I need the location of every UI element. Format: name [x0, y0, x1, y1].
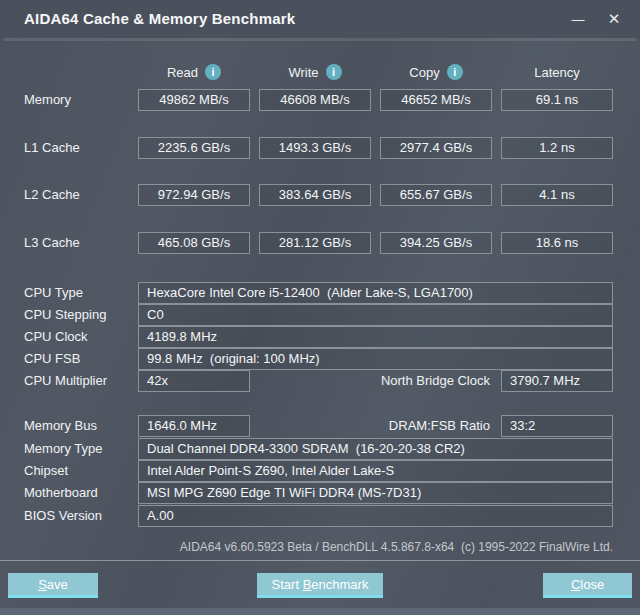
- label-cpu-multiplier: CPU Multiplier: [24, 370, 107, 392]
- column-header-read: Read i: [138, 61, 250, 83]
- cpu-type-value: HexaCore Intel Core i5-12400 (Alder Lake…: [138, 282, 613, 304]
- column-header-latency-label: Latency: [534, 65, 580, 80]
- memory-bus-value: 1646.0 MHz: [138, 415, 250, 437]
- l2-cache-write-value: 383.64 GB/s: [259, 184, 371, 206]
- l1-cache-write-value: 1493.3 GB/s: [259, 137, 371, 159]
- l2-cache-latency-value: 4.1 ns: [501, 184, 613, 206]
- memory-type-value: Dual Channel DDR4-3300 SDRAM (16-20-20-3…: [138, 438, 613, 460]
- l1-cache-read-value: 2235.6 GB/s: [138, 137, 250, 159]
- minimize-button[interactable]: —: [560, 0, 596, 38]
- titlebar: AIDA64 Cache & Memory Benchmark — ✕: [0, 0, 640, 38]
- cpu-multiplier-value: 42x: [138, 370, 250, 392]
- memory-copy-value: 46652 MB/s: [380, 89, 492, 111]
- version-credit-text: AIDA64 v6.60.5923 Beta / BenchDLL 4.5.86…: [100, 540, 613, 554]
- label-bios-version: BIOS Version: [24, 505, 102, 527]
- minimize-icon: —: [572, 12, 585, 27]
- memory-write-value: 46608 MB/s: [259, 89, 371, 111]
- close-button[interactable]: Close: [543, 573, 632, 598]
- row-label-l2-cache: L2 Cache: [24, 184, 80, 206]
- column-header-copy-label: Copy: [409, 65, 439, 80]
- window-controls: — ✕: [560, 0, 632, 38]
- row-label-memory: Memory: [24, 89, 71, 111]
- memory-read-value: 49862 MB/s: [138, 89, 250, 111]
- label-chipset: Chipset: [24, 460, 68, 482]
- label-cpu-clock: CPU Clock: [24, 326, 88, 348]
- chipset-value: Intel Alder Point-S Z690, Intel Alder La…: [138, 460, 613, 482]
- titlebar-highlight: [4, 38, 636, 41]
- memory-latency-value: 69.1 ns: [501, 89, 613, 111]
- label-cpu-type: CPU Type: [24, 282, 83, 304]
- column-header-write: Write i: [259, 61, 371, 83]
- start-benchmark-label-pre: Start: [272, 577, 303, 592]
- l3-cache-copy-value: 394.25 GB/s: [380, 232, 492, 254]
- close-window-button[interactable]: ✕: [596, 0, 632, 38]
- save-button-label-rest: ave: [47, 577, 68, 592]
- write-info-icon[interactable]: i: [326, 64, 342, 80]
- column-header-latency: Latency: [501, 61, 613, 83]
- start-benchmark-label-rest: enchmark: [311, 577, 368, 592]
- l3-cache-read-value: 465.08 GB/s: [138, 232, 250, 254]
- cpu-fsb-value: 99.8 MHz (original: 100 MHz): [138, 348, 613, 370]
- aida64-benchmark-window: AIDA64 Cache & Memory Benchmark — ✕ Read…: [0, 0, 640, 615]
- l2-cache-copy-value: 655.67 GB/s: [380, 184, 492, 206]
- row-label-l3-cache: L3 Cache: [24, 232, 80, 254]
- l3-cache-latency-value: 18.6 ns: [501, 232, 613, 254]
- l2-cache-read-value: 972.94 GB/s: [138, 184, 250, 206]
- start-benchmark-button[interactable]: Start Benchmark: [257, 573, 383, 598]
- label-memory-bus: Memory Bus: [24, 415, 97, 437]
- column-header-write-label: Write: [288, 65, 318, 80]
- l1-cache-copy-value: 2977.4 GB/s: [380, 137, 492, 159]
- row-label-l1-cache: L1 Cache: [24, 137, 80, 159]
- close-button-label-rest: lose: [580, 577, 604, 592]
- north-bridge-clock-value: 3790.7 MHz: [501, 370, 613, 392]
- cpu-clock-value: 4189.8 MHz: [138, 326, 613, 348]
- bottom-strip: [0, 608, 640, 615]
- save-button-accesskey: S: [38, 577, 47, 592]
- label-cpu-stepping: CPU Stepping: [24, 304, 106, 326]
- l3-cache-write-value: 281.12 GB/s: [259, 232, 371, 254]
- close-icon: ✕: [608, 10, 621, 28]
- label-north-bridge-clock: North Bridge Clock: [251, 370, 490, 392]
- l1-cache-latency-value: 1.2 ns: [501, 137, 613, 159]
- dram-fsb-ratio-value: 33:2: [501, 415, 613, 437]
- label-cpu-fsb: CPU FSB: [24, 348, 80, 370]
- label-motherboard: Motherboard: [24, 482, 98, 504]
- cpu-stepping-value: C0: [138, 304, 613, 326]
- column-header-copy: Copy i: [380, 61, 492, 83]
- label-memory-type: Memory Type: [24, 438, 103, 460]
- footer-divider: [0, 560, 640, 561]
- motherboard-value: MSI MPG Z690 Edge TI WiFi DDR4 (MS-7D31): [138, 482, 613, 504]
- save-button[interactable]: Save: [8, 573, 98, 598]
- copy-info-icon[interactable]: i: [447, 64, 463, 80]
- close-button-accesskey: C: [571, 577, 580, 592]
- window-title: AIDA64 Cache & Memory Benchmark: [24, 0, 295, 38]
- bios-version-value: A.00: [138, 505, 613, 527]
- label-dram-fsb-ratio: DRAM:FSB Ratio: [251, 415, 490, 437]
- read-info-icon[interactable]: i: [205, 64, 221, 80]
- column-header-read-label: Read: [167, 65, 198, 80]
